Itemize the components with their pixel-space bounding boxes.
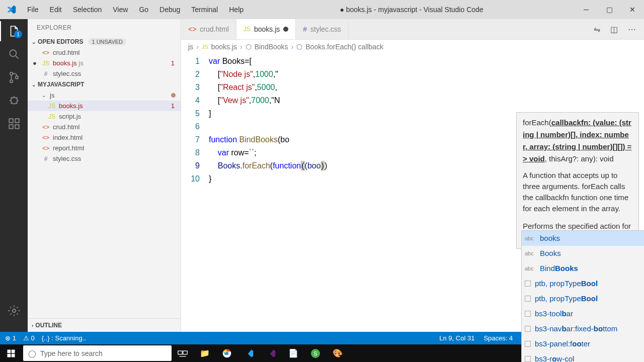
svg-rect-13 <box>12 353 15 357</box>
close-button[interactable]: ✕ <box>621 0 644 19</box>
autocomplete-popup[interactable]: abcbooksabcBooksabcBindBooksptb, propTyp… <box>521 230 644 362</box>
taskbar-app-icon[interactable] <box>238 344 260 362</box>
autocomplete-item[interactable]: ptb, propTypeBool <box>522 276 644 291</box>
status-errors[interactable]: ⊗ 1 <box>5 334 16 342</box>
taskbar-app-icon[interactable] <box>216 344 238 362</box>
status-scan[interactable]: {..} : Scanning.. <box>42 334 86 342</box>
explorer-badge: 1 <box>14 30 22 38</box>
maximize-button[interactable]: ▢ <box>598 0 621 19</box>
split-editor-icon[interactable]: ◫ <box>610 25 618 34</box>
menu-edit[interactable]: Edit <box>45 4 67 16</box>
chevron-right-icon: › <box>32 323 33 328</box>
signature-help: forEach(callbackfn: (value: (string | nu… <box>516 112 639 249</box>
activity-bar: 1 <box>0 19 28 332</box>
tree-file[interactable]: JSscript.js <box>28 111 181 122</box>
svg-point-1 <box>10 72 12 75</box>
tree-file[interactable]: #stylec.css <box>28 153 181 164</box>
menu-bar: File Edit Selection View Go Debug Termin… <box>22 4 249 16</box>
svg-text:S: S <box>313 350 317 356</box>
method-icon: ⬡ <box>246 43 252 51</box>
svg-rect-7 <box>9 125 13 129</box>
open-editor-item[interactable]: ●JSbooks.js js1 <box>28 58 181 68</box>
tree-file[interactable]: <>report.html <box>28 143 181 153</box>
tree-folder[interactable]: ⌄js <box>28 90 181 101</box>
autocomplete-item[interactable]: abcBooks <box>522 246 644 261</box>
menu-terminal[interactable]: Terminal <box>186 4 223 16</box>
tab-bar: <>crud.html JSbooks.js #stylec.css ⇋ ◫ ⋯ <box>181 19 644 40</box>
debug-icon[interactable] <box>7 94 21 108</box>
js-icon: JS <box>48 103 56 110</box>
breadcrumb[interactable]: js› JSbooks.js› ⬡BindBooks› ⬡Books.forEa… <box>181 40 644 54</box>
open-editor-item[interactable]: #stylec.css <box>28 68 181 79</box>
js-icon: JS <box>202 44 208 50</box>
settings-icon[interactable] <box>7 304 21 318</box>
autocomplete-item[interactable]: ptb, propTypeBool <box>522 291 644 306</box>
start-button[interactable] <box>0 344 22 362</box>
html-icon: <> <box>188 25 196 33</box>
menu-selection[interactable]: Selection <box>68 4 107 16</box>
open-editor-item[interactable]: <>crud.html <box>28 47 181 58</box>
editor-group: <>crud.html JSbooks.js #stylec.css ⇋ ◫ ⋯… <box>181 19 644 332</box>
tree-file[interactable]: JSbooks.js1 <box>28 101 181 111</box>
svg-rect-5 <box>9 119 13 123</box>
svg-point-3 <box>15 76 18 78</box>
svg-rect-15 <box>183 351 187 354</box>
autocomplete-item[interactable]: bs3-row-col <box>522 351 644 362</box>
taskbar-app-icon[interactable] <box>260 344 282 362</box>
autocomplete-item[interactable]: bs3-navbar:fixed-bottom <box>522 321 644 336</box>
minimize-button[interactable]: ─ <box>575 0 598 19</box>
html-icon: <> <box>42 124 50 131</box>
cortana-icon: ◯ <box>28 349 36 357</box>
taskbar-app-icon[interactable]: 📁 <box>194 344 216 362</box>
explorer-icon[interactable]: 1 <box>7 24 21 38</box>
chevron-down-icon: ⌄ <box>32 39 36 45</box>
svg-rect-12 <box>8 353 11 357</box>
tab-books[interactable]: JSbooks.js <box>236 19 296 39</box>
menu-debug[interactable]: Debug <box>154 4 185 16</box>
menu-view[interactable]: View <box>108 4 133 16</box>
menu-go[interactable]: Go <box>134 4 153 16</box>
status-lncol[interactable]: Ln 9, Col 31 <box>439 334 474 342</box>
status-spaces[interactable]: Spaces: 4 <box>484 334 513 342</box>
vscode-logo-icon <box>5 4 17 16</box>
tree-file[interactable]: <>index.html <box>28 132 181 143</box>
js-icon: JS <box>48 113 56 120</box>
project-header[interactable]: ⌄MYJAVASCRIPT <box>28 79 181 90</box>
svg-rect-11 <box>12 349 15 353</box>
line-gutter: 12345678910 <box>181 54 209 332</box>
tree-file[interactable]: <>crud.html <box>28 122 181 132</box>
taskbar-app-icon[interactable]: 📄 <box>282 344 304 362</box>
taskbar-search[interactable]: ◯Type here to search <box>23 345 172 361</box>
code-editor[interactable]: 12345678910 var Books=[ ["Node js",1000,… <box>181 54 644 332</box>
js-icon: JS <box>244 26 251 33</box>
taskbar-app-icon[interactable]: S <box>304 344 327 362</box>
autocomplete-item[interactable]: bs3-panel:footer <box>522 336 644 351</box>
open-editors-header[interactable]: ⌄ OPEN EDITORS 1 UNSAVED <box>28 36 181 47</box>
svg-rect-6 <box>15 119 19 123</box>
css-icon: # <box>42 155 50 162</box>
autocomplete-item[interactable]: abcbooks <box>522 231 644 246</box>
svg-rect-10 <box>8 349 11 353</box>
search-icon[interactable] <box>7 47 21 61</box>
autocomplete-item[interactable]: abcBindBooks <box>522 261 644 276</box>
status-warnings[interactable]: ⚠ 0 <box>23 334 35 342</box>
css-icon: # <box>42 70 50 77</box>
menu-file[interactable]: File <box>22 4 44 16</box>
html-icon: <> <box>42 134 50 141</box>
autocomplete-item[interactable]: bs3-toolbar <box>522 306 644 321</box>
source-control-icon[interactable] <box>7 70 21 84</box>
js-icon: JS <box>42 60 50 67</box>
taskbar-app-icon[interactable]: 🎨 <box>327 344 349 362</box>
dirty-dot-icon <box>283 27 288 32</box>
task-view-icon[interactable] <box>172 344 194 362</box>
menu-help[interactable]: Help <box>224 4 249 16</box>
tab-stylec[interactable]: #stylec.css <box>296 19 348 39</box>
svg-rect-14 <box>178 351 182 354</box>
svg-point-2 <box>10 80 12 82</box>
svg-point-9 <box>12 309 16 313</box>
extensions-icon[interactable] <box>7 117 21 131</box>
compare-icon[interactable]: ⇋ <box>594 25 600 34</box>
outline-header[interactable]: ›OUTLINE <box>28 318 181 332</box>
more-icon[interactable]: ⋯ <box>628 25 636 34</box>
tab-crud[interactable]: <>crud.html <box>181 19 236 39</box>
